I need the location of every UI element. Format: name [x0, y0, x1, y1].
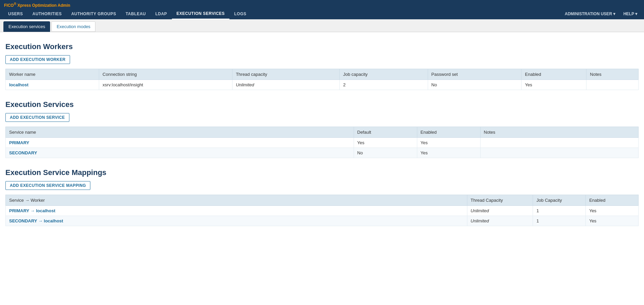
default-cell-0: Yes: [354, 138, 417, 148]
col-service-name: Service name: [6, 127, 354, 138]
connection-string-cell: xsrv:localhost/insight: [99, 80, 232, 90]
execution-service-mappings-header-row: Service → Worker Thread Capacity Job Cap…: [6, 195, 639, 206]
execution-workers-header-row: Worker name Connection string Thread cap…: [6, 69, 639, 80]
service-worker-cell-0[interactable]: PRIMARY → localhost: [6, 206, 467, 216]
job-capacity2-cell-1: 1: [533, 216, 586, 226]
tab-execution-modes[interactable]: Execution modes: [51, 21, 95, 32]
service-name-cell-1[interactable]: SECONDARY: [6, 148, 354, 158]
table-row: PRIMARY → localhost Unlimited 1 Yes: [6, 206, 639, 216]
add-execution-service-mapping-button[interactable]: ADD EXECUTION SERVICE MAPPING: [5, 181, 90, 190]
col-notes2: Notes: [480, 127, 639, 138]
execution-services-section: Execution Services ADD EXECUTION SERVICE…: [5, 100, 639, 158]
enabled-cell-0: Yes: [417, 138, 480, 148]
col-job-capacity2: Job Capacity: [533, 195, 586, 206]
job-capacity2-cell-0: 1: [533, 206, 586, 216]
execution-workers-section: Execution Workers ADD EXECUTION WORKER W…: [5, 42, 639, 90]
nav-help[interactable]: HELP ▾: [620, 9, 641, 19]
enabled-cell: Yes: [521, 80, 586, 90]
tab-execution-services[interactable]: Execution services: [3, 21, 50, 32]
nav-item-users[interactable]: USERS: [3, 9, 28, 19]
table-row: localhost xsrv:localhost/insight Unlimit…: [6, 80, 639, 90]
enabled-cell-1: Yes: [417, 148, 480, 158]
sub-tabs: Execution services Execution modes: [0, 19, 644, 32]
table-row: PRIMARY Yes Yes: [6, 138, 639, 148]
nav-bar-left: USERS AUTHORITIES AUTHORITY GROUPS TABLE…: [3, 8, 561, 19]
col-job-capacity: Job capacity: [340, 69, 428, 80]
add-execution-worker-button[interactable]: ADD EXECUTION WORKER: [5, 55, 70, 64]
col-notes: Notes: [586, 69, 639, 80]
execution-service-mappings-title: Execution Service Mappings: [5, 168, 639, 177]
execution-services-title: Execution Services: [5, 100, 639, 109]
thread-capacity-cell-1: Unlimited: [467, 216, 533, 226]
app-title-fico: FICO® Xpress Optimization Admin: [4, 3, 70, 8]
top-bar: FICO® Xpress Optimization Admin USERS AU…: [0, 0, 644, 19]
main-content: Execution Workers ADD EXECUTION WORKER W…: [0, 32, 644, 243]
nav-item-ldap[interactable]: LDAP: [151, 9, 172, 19]
table-row: SECONDARY No Yes: [6, 148, 639, 158]
col-password-set: Password set: [428, 69, 521, 80]
notes-cell-0: [480, 138, 639, 148]
nav-item-authority-groups[interactable]: AUTHORITY GROUPS: [66, 9, 121, 19]
notes-cell: [586, 80, 639, 90]
add-execution-service-button[interactable]: ADD EXECUTION SERVICE: [5, 113, 69, 122]
worker-name-cell[interactable]: localhost: [6, 80, 99, 90]
thread-capacity-cell: Unlimited: [232, 80, 339, 90]
default-cell-1: No: [354, 148, 417, 158]
col-connection-string: Connection string: [99, 69, 232, 80]
col-thread-capacity2: Thread Capacity: [467, 195, 533, 206]
nav-item-execution-services[interactable]: EXECUTION SERVICES: [172, 8, 229, 19]
execution-service-mappings-section: Execution Service Mappings ADD EXECUTION…: [5, 168, 639, 226]
col-enabled: Enabled: [521, 69, 586, 80]
enabled3-cell-1: Yes: [586, 216, 639, 226]
col-thread-capacity: Thread capacity: [232, 69, 339, 80]
col-service-worker: Service → Worker: [6, 195, 467, 206]
enabled3-cell-0: Yes: [586, 206, 639, 216]
col-enabled3: Enabled: [586, 195, 639, 206]
execution-service-mappings-table: Service → Worker Thread Capacity Job Cap…: [5, 195, 639, 226]
nav-admin-user[interactable]: ADMINISTRATION USER ▾: [561, 9, 619, 19]
nav-item-tableau[interactable]: TABLEAU: [121, 9, 151, 19]
nav-bar: USERS AUTHORITIES AUTHORITY GROUPS TABLE…: [0, 8, 644, 19]
execution-services-table: Service name Default Enabled Notes PRIMA…: [5, 127, 639, 158]
execution-workers-table: Worker name Connection string Thread cap…: [5, 69, 639, 90]
table-row: SECONDARY → localhost Unlimited 1 Yes: [6, 216, 639, 226]
app-title: FICO® Xpress Optimization Admin: [0, 0, 644, 8]
nav-item-logs[interactable]: LOGS: [229, 9, 251, 19]
nav-bar-right: ADMINISTRATION USER ▾ HELP ▾: [561, 9, 641, 19]
col-worker-name: Worker name: [6, 69, 99, 80]
job-capacity-cell: 2: [340, 80, 428, 90]
col-enabled2: Enabled: [417, 127, 480, 138]
col-default: Default: [354, 127, 417, 138]
execution-services-header-row: Service name Default Enabled Notes: [6, 127, 639, 138]
execution-workers-title: Execution Workers: [5, 42, 639, 51]
nav-item-authorities[interactable]: AUTHORITIES: [28, 9, 67, 19]
notes-cell-1: [480, 148, 639, 158]
service-name-cell-0[interactable]: PRIMARY: [6, 138, 354, 148]
password-set-cell: No: [428, 80, 521, 90]
thread-capacity-cell-0: Unlimited: [467, 206, 533, 216]
service-worker-cell-1[interactable]: SECONDARY → localhost: [6, 216, 467, 226]
